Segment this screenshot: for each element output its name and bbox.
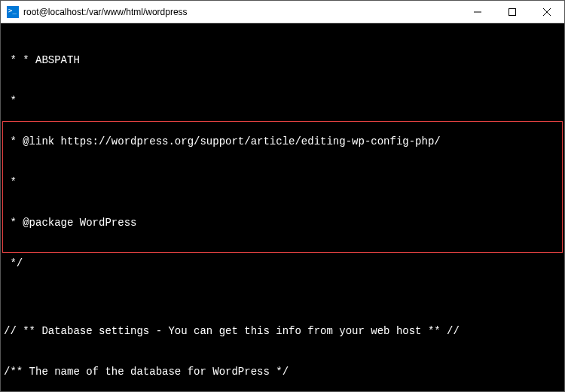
minimize-icon xyxy=(474,8,481,16)
svg-rect-1 xyxy=(509,8,516,15)
code-line: // ** Database settings - You can get th… xyxy=(4,324,561,338)
close-button[interactable] xyxy=(530,1,564,23)
minimize-button[interactable] xyxy=(460,1,495,23)
powershell-icon xyxy=(7,6,19,18)
window-titlebar: root@localhost:/var/www/html/wordpress xyxy=(1,1,564,23)
code-line: */ xyxy=(4,257,561,270)
window-controls xyxy=(460,1,564,23)
close-icon xyxy=(543,8,551,16)
code-line: * xyxy=(4,94,561,108)
window-title: root@localhost:/var/www/html/wordpress xyxy=(23,7,460,17)
code-line: * @package WordPress xyxy=(4,216,561,229)
maximize-button[interactable] xyxy=(495,1,530,23)
maximize-icon xyxy=(508,8,516,16)
code-line: * * ABSPATH xyxy=(4,53,561,67)
code-line: /** The name of the database for WordPre… xyxy=(4,365,561,378)
code-line: * @link https://wordpress.org/support/ar… xyxy=(4,135,561,148)
code-line: * xyxy=(4,175,561,189)
terminal-viewport[interactable]: * * ABSPATH * * @link https://wordpress.… xyxy=(1,23,564,391)
